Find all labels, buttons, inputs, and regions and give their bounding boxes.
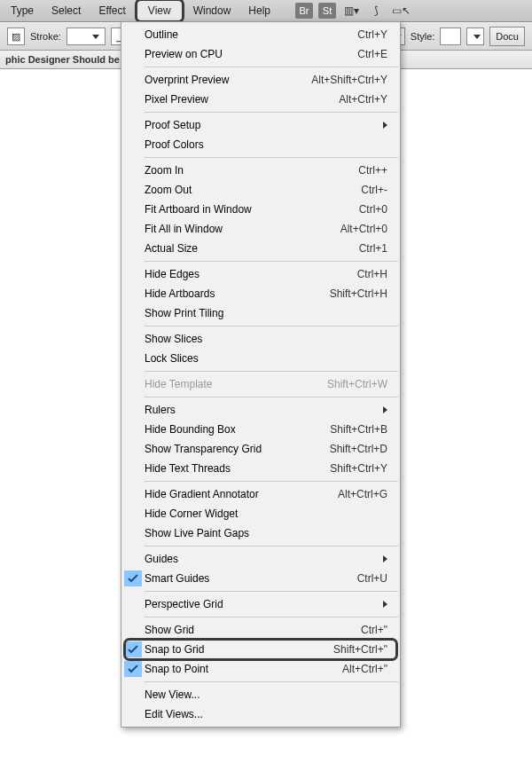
menuitem-hide-template: Hide TemplateShift+Ctrl+W (121, 374, 400, 394)
menuitem-zoom-out[interactable]: Zoom OutCtrl+- (121, 180, 400, 200)
menuitem-label: Hide Gradient Annotator (145, 488, 338, 500)
menuitem-label: Snap to Point (145, 663, 342, 675)
menuitem-outline[interactable]: OutlineCtrl+Y (121, 25, 400, 44)
stroke-weight-field[interactable] (66, 28, 106, 45)
menuitem-pixel-preview[interactable]: Pixel PreviewAlt+Ctrl+Y (121, 90, 400, 109)
menuitem-hide-corner-widget[interactable]: Hide Corner Widget (121, 504, 400, 523)
menuitem-fit-artboard-in-window[interactable]: Fit Artboard in WindowCtrl+0 (121, 200, 400, 219)
menuitem-shortcut: Alt+Ctrl+Y (339, 93, 387, 106)
menuitem-shortcut: Shift+Ctrl+" (333, 643, 387, 656)
menuitem-label: Proof Setup (145, 119, 383, 131)
menuitem-shortcut: Ctrl+E (357, 48, 387, 60)
style-label: Style: (411, 31, 435, 42)
menuitem-zoom-in[interactable]: Zoom InCtrl++ (121, 161, 400, 180)
menuitem-show-slices[interactable]: Show Slices (121, 329, 400, 349)
menuitem-label: Zoom Out (145, 184, 361, 196)
submenu-arrow-icon (383, 601, 387, 608)
menuitem-label: Show Slices (145, 333, 387, 345)
style-swatch[interactable] (440, 28, 461, 45)
menuitem-actual-size[interactable]: Actual SizeCtrl+1 (121, 239, 400, 258)
menuitem-overprint-preview[interactable]: Overprint PreviewAlt+Shift+Ctrl+Y (121, 70, 400, 90)
menuitem-shortcut: Shift+Ctrl+Y (330, 462, 387, 475)
menu-separator (145, 157, 398, 158)
menuitem-show-live-paint-gaps[interactable]: Show Live Paint Gaps (121, 523, 400, 543)
menuitem-new-view[interactable]: New View... (121, 685, 400, 704)
menuitem-show-transparency-grid[interactable]: Show Transparency GridShift+Ctrl+D (121, 439, 400, 459)
menu-window[interactable]: Window (184, 0, 240, 21)
check-icon (124, 641, 142, 657)
screen-mode-icon[interactable]: ▭↖ (391, 3, 411, 19)
menuitem-label: Overprint Preview (145, 74, 311, 86)
menuitem-proof-colors[interactable]: Proof Colors (121, 135, 400, 154)
menuitem-label: Guides (145, 553, 383, 565)
menuitem-shortcut: Shift+Ctrl+B (330, 423, 387, 436)
menuitem-label: Zoom In (145, 164, 358, 177)
style-dropdown-icon[interactable] (466, 28, 484, 45)
menuitem-hide-text-threads[interactable]: Hide Text ThreadsShift+Ctrl+Y (121, 459, 400, 478)
menu-separator (145, 326, 398, 326)
submenu-arrow-icon (383, 122, 387, 129)
menu-separator (145, 481, 398, 482)
menuitem-label: Show Live Paint Gaps (145, 527, 387, 539)
menuitem-label: Smart Guides (145, 572, 357, 585)
menuitem-show-grid[interactable]: Show GridCtrl+" (121, 620, 400, 640)
menuitem-label: Actual Size (145, 242, 359, 255)
menu-separator (145, 617, 398, 617)
menu-separator (145, 546, 398, 547)
menuitem-shortcut: Ctrl++ (358, 164, 387, 177)
view-menu-dropdown: OutlineCtrl+YPreview on CPUCtrl+EOverpri… (121, 21, 401, 728)
menuitem-shortcut: Alt+Ctrl+0 (340, 223, 387, 235)
gpu-rocket-icon[interactable]: ⟆ (366, 3, 386, 19)
menuitem-shortcut: Ctrl+Y (357, 28, 387, 41)
menu-type[interactable]: Type (2, 0, 43, 21)
menuitem-hide-edges[interactable]: Hide EdgesCtrl+H (121, 264, 400, 284)
check-icon (124, 661, 142, 677)
menuitem-hide-bounding-box[interactable]: Hide Bounding BoxShift+Ctrl+B (121, 420, 400, 439)
no-fill-icon[interactable]: ▨ (7, 28, 25, 45)
menuitem-shortcut: Ctrl+" (361, 624, 387, 636)
menu-view[interactable]: View (135, 0, 184, 23)
menu-help[interactable]: Help (239, 0, 279, 21)
menu-separator (145, 681, 398, 682)
menuitem-shortcut: Alt+Ctrl+" (342, 663, 387, 675)
menuitem-label: Snap to Grid (145, 643, 333, 656)
menubar: TypeSelectEffectViewWindowHelpBrSt▥▾⟆▭↖ (0, 0, 532, 22)
menuitem-snap-to-grid[interactable]: Snap to GridShift+Ctrl+" (121, 640, 400, 659)
menu-separator (145, 67, 398, 67)
menuitem-shortcut: Shift+Ctrl+D (330, 443, 387, 455)
menuitem-hide-gradient-annotator[interactable]: Hide Gradient AnnotatorAlt+Ctrl+G (121, 484, 400, 504)
stock-icon[interactable]: St (318, 3, 336, 19)
menuitem-proof-setup[interactable]: Proof Setup (121, 115, 400, 135)
menuitem-snap-to-point[interactable]: Snap to PointAlt+Ctrl+" (121, 659, 400, 679)
menuitem-label: Perspective Grid (145, 598, 383, 610)
menuitem-label: Hide Edges (145, 268, 357, 280)
stroke-label: Stroke: (30, 31, 61, 42)
menuitem-smart-guides[interactable]: Smart GuidesCtrl+U (121, 569, 400, 588)
menuitem-shortcut: Alt+Shift+Ctrl+Y (311, 74, 387, 86)
menuitem-label: Rulers (145, 404, 383, 416)
menuitem-shortcut: Shift+Ctrl+W (327, 378, 387, 390)
menu-effect[interactable]: Effect (90, 0, 134, 21)
menuitem-preview-on-cpu[interactable]: Preview on CPUCtrl+E (121, 44, 400, 64)
menuitem-label: New View... (145, 688, 387, 701)
menuitem-label: Fit All in Window (145, 223, 340, 235)
menu-select[interactable]: Select (43, 0, 90, 21)
menuitem-label: Hide Corner Widget (145, 507, 387, 520)
arrange-documents-icon[interactable]: ▥▾ (341, 3, 361, 19)
bridge-icon[interactable]: Br (295, 3, 313, 19)
menuitem-rulers[interactable]: Rulers (121, 400, 400, 420)
menuitem-guides[interactable]: Guides (121, 549, 400, 569)
submenu-arrow-icon (383, 555, 387, 562)
menu-separator (145, 591, 398, 592)
menuitem-perspective-grid[interactable]: Perspective Grid (121, 594, 400, 614)
menuitem-show-print-tiling[interactable]: Show Print Tiling (121, 303, 400, 323)
menuitem-shortcut: Ctrl+- (361, 184, 387, 196)
menuitem-edit-views[interactable]: Edit Views... (121, 704, 400, 724)
menuitem-hide-artboards[interactable]: Hide ArtboardsShift+Ctrl+H (121, 284, 400, 303)
menuitem-label: Show Print Tiling (145, 307, 387, 319)
menuitem-shortcut: Ctrl+1 (359, 242, 387, 255)
menuitem-fit-all-in-window[interactable]: Fit All in WindowAlt+Ctrl+0 (121, 219, 400, 239)
check-icon (124, 570, 142, 586)
document-setup-button[interactable]: Docu (489, 27, 525, 46)
menuitem-lock-slices[interactable]: Lock Slices (121, 349, 400, 368)
